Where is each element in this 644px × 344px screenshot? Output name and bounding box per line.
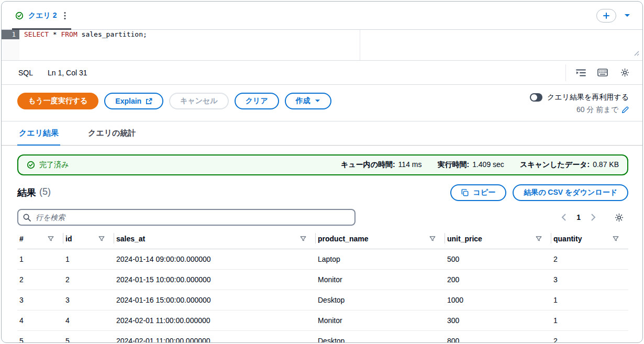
create-button[interactable]: 作成	[285, 93, 331, 109]
column-header: unit_price	[445, 231, 551, 249]
table-cell: Desktop	[316, 331, 445, 343]
column-filter-icon[interactable]	[300, 236, 306, 242]
table-cell: 500	[445, 249, 551, 270]
column-header: id	[63, 231, 114, 249]
table-cell: 3	[551, 270, 628, 290]
tab-query-stats[interactable]: クエリの統計	[86, 121, 137, 145]
table-cell: 1	[551, 310, 628, 331]
tab-query-results[interactable]: クエリ結果	[17, 121, 60, 145]
results-panel: 完了済み キュー内の時間:114 ms 実行時間:1.409 sec スキャンし…	[2, 146, 642, 343]
edit-pencil-icon[interactable]	[621, 106, 629, 114]
code-line: SELECT * FROM sales_partition;	[24, 30, 642, 39]
explain-button[interactable]: Explain	[104, 93, 163, 109]
table-cell: 5	[63, 331, 114, 343]
column-header: sales_at	[114, 231, 316, 249]
editor-settings-gear-icon[interactable]	[615, 64, 634, 81]
column-filter-icon[interactable]	[429, 236, 436, 242]
plus-icon	[603, 12, 610, 19]
table-cell: 5	[17, 331, 63, 343]
print-margin-line	[360, 30, 360, 60]
prev-page-icon[interactable]	[560, 213, 567, 222]
code-area[interactable]: SELECT * FROM sales_partition;	[19, 30, 642, 60]
add-tab-button[interactable]	[596, 9, 616, 23]
tab-menu-icon[interactable]	[62, 10, 68, 21]
row-search-box[interactable]	[17, 209, 356, 226]
column-filter-icon[interactable]	[613, 236, 619, 242]
format-indent-icon[interactable]	[571, 64, 590, 81]
clear-button[interactable]: クリア	[235, 93, 279, 109]
column-header: product_name	[316, 231, 445, 249]
queue-time-label: キュー内の時間:	[341, 160, 395, 170]
reuse-results-toggle[interactable]	[530, 93, 542, 102]
query-status-banner: 完了済み キュー内の時間:114 ms 実行時間:1.409 sec スキャンし…	[17, 154, 628, 175]
column-filter-icon[interactable]	[48, 236, 54, 242]
queue-time-value: 114 ms	[398, 160, 422, 170]
table-cell: Monitor	[316, 310, 445, 331]
next-page-icon[interactable]	[590, 213, 597, 222]
active-line-number: 1	[2, 30, 19, 39]
query-tab[interactable]: クエリ 2	[12, 2, 71, 29]
column-filter-icon[interactable]	[536, 236, 542, 242]
table-row[interactable]: 442024-02-01 11:00:00.000000Monitor3001	[17, 310, 628, 331]
editor-resize-handle[interactable]	[633, 49, 639, 59]
sql-editor[interactable]: 1 SELECT * FROM sales_partition;	[2, 30, 642, 60]
table-cell: 1	[551, 290, 628, 310]
table-cell: 3	[17, 290, 63, 310]
table-cell: 2024-02-01 11:00:00.000000	[114, 310, 316, 331]
table-toolbar: 1	[17, 209, 628, 226]
explain-label: Explain	[115, 97, 141, 105]
column-header: #	[17, 231, 63, 249]
table-cell: 1000	[445, 290, 551, 310]
results-title: 結果 (5)	[17, 186, 51, 199]
table-row[interactable]: 222024-01-15 10:00:00.000000Monitor2003	[17, 270, 628, 290]
current-page[interactable]: 1	[576, 213, 581, 221]
table-cell: 1	[17, 249, 63, 270]
column-header-label: id	[65, 235, 72, 243]
table-cell: 2	[17, 270, 63, 290]
cursor-position: Ln 1, Col 31	[48, 69, 87, 77]
sql-keyword: FROM	[61, 30, 77, 38]
table-row[interactable]: 332024-01-16 15:00:00.000000Desktop10001	[17, 290, 628, 310]
create-label: 作成	[296, 96, 310, 106]
keyboard-shortcuts-icon[interactable]	[593, 64, 612, 81]
query-metrics: キュー内の時間:114 ms 実行時間:1.409 sec スキャンしたデータ:…	[341, 160, 619, 170]
run-again-button[interactable]: もう一度実行する	[17, 93, 98, 109]
external-link-icon	[146, 98, 152, 105]
table-cell: 4	[17, 310, 63, 331]
data-scanned-value: 0.87 KB	[593, 160, 619, 170]
table-cell: 2	[551, 331, 628, 343]
results-table-head-row: #idsales_atproduct_nameunit_pricequantit…	[17, 231, 628, 249]
table-row[interactable]: 552024-02-01 11:00:00.000000Desktop8002	[17, 331, 628, 343]
table-cell: Monitor	[316, 270, 445, 290]
column-filter-icon[interactable]	[98, 236, 105, 242]
table-cell: 800	[445, 331, 551, 343]
copy-icon	[461, 189, 469, 196]
editor-tool-icons	[565, 64, 634, 81]
editor-language: SQL	[18, 69, 33, 77]
table-cell: 300	[445, 310, 551, 331]
column-header-label: #	[19, 235, 24, 243]
table-cell: 3	[63, 290, 114, 310]
tab-actions	[596, 9, 632, 23]
column-header-label: product_name	[318, 235, 368, 243]
column-header-label: unit_price	[447, 235, 482, 243]
table-row[interactable]: 112024-01-14 09:00:00.000000Laptop5002	[17, 249, 628, 270]
download-csv-button[interactable]: 結果の CSV をダウンロード	[513, 184, 628, 201]
run-time-value: 1.409 sec	[472, 160, 504, 170]
reuse-results-block: クエリ結果を再利用する 60 分 前まで	[530, 93, 629, 115]
table-cell: 2024-01-16 15:00:00.000000	[114, 290, 316, 310]
results-count: (5)	[39, 186, 51, 199]
table-preferences-gear-icon[interactable]	[609, 209, 628, 226]
column-header-label: quantity	[553, 235, 582, 243]
copy-label: コピー	[473, 188, 495, 197]
results-table-body: 112024-01-14 09:00:00.000000Laptop500222…	[17, 249, 628, 343]
row-search-input[interactable]	[35, 213, 350, 222]
table-cell: 200	[445, 270, 551, 290]
tab-list-dropdown-icon[interactable]	[623, 12, 632, 19]
sql-text: sales_partition;	[77, 30, 147, 38]
copy-button[interactable]: コピー	[450, 184, 506, 201]
editor-status-bar: SQL Ln 1, Col 31	[2, 60, 642, 85]
cancel-button[interactable]: キャンセル	[169, 93, 229, 109]
results-table: #idsales_atproduct_nameunit_pricequantit…	[17, 231, 628, 343]
reuse-results-label: クエリ結果を再利用する	[547, 93, 629, 102]
